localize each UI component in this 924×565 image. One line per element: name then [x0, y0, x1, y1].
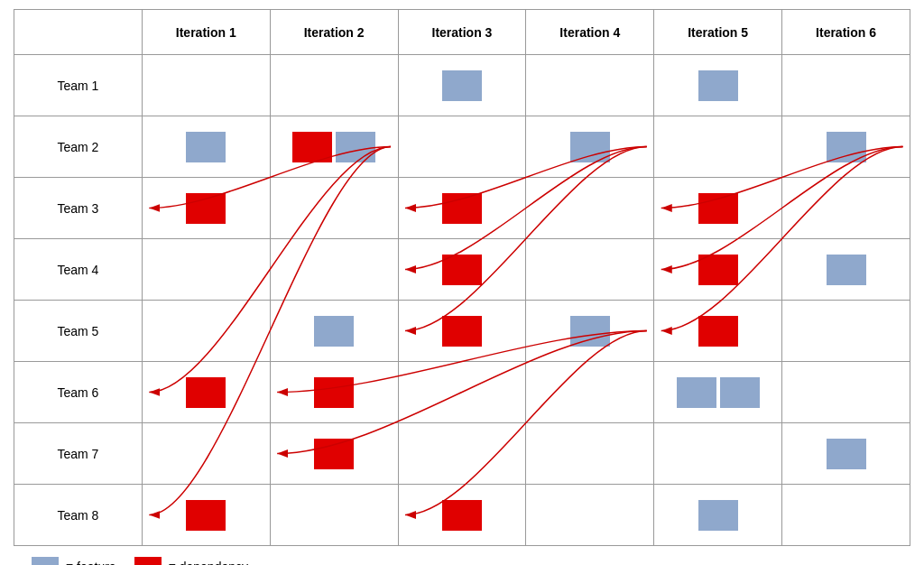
cell-t8-i3 [398, 485, 526, 546]
cell-t4-i2 [270, 239, 398, 301]
col-iteration-5: Iteration 5 [654, 10, 782, 55]
cell-t5-i4 [526, 301, 654, 362]
cell-t5-i3 [398, 301, 526, 362]
cell-t6-i4 [526, 362, 654, 423]
legend-feature-item: = feature [32, 557, 116, 565]
cell-t3-i5 [654, 178, 782, 239]
cell-t2-i1 [142, 116, 270, 178]
feature-box [827, 255, 866, 285]
row-label-team4: Team 4 [14, 239, 143, 301]
feature-box [186, 132, 226, 162]
cell-t8-i4 [526, 485, 654, 546]
cell-t2-i3 [398, 116, 526, 178]
dependency-box [698, 255, 738, 285]
row-label-team5: Team 5 [14, 301, 143, 362]
dependency-box [186, 377, 226, 408]
cell-t3-i1 [142, 178, 270, 239]
row-label-team3: Team 3 [14, 178, 143, 239]
cell-t3-i3 [398, 178, 526, 239]
cell-t4-i5 [654, 239, 782, 301]
dependency-box [186, 500, 226, 531]
cell-t6-i3 [398, 362, 526, 423]
feature-box [698, 70, 738, 101]
dependency-box [186, 193, 226, 224]
feature-box [827, 132, 866, 162]
table-row: Team 3 [14, 178, 910, 239]
cell-t7-i5 [654, 423, 782, 485]
cell-t4-i3 [398, 239, 526, 301]
legend-dependency-item: = dependency [134, 557, 248, 565]
cell-t6-i5 [654, 362, 782, 423]
cell-t1-i2 [270, 55, 398, 116]
cell-t2-i2 [270, 116, 398, 178]
row-label-team6: Team 6 [14, 362, 143, 423]
legend: = feature = dependency [14, 557, 910, 565]
feature-box [570, 132, 610, 162]
cell-t8-i5 [654, 485, 782, 546]
legend-dependency-label: = dependency [169, 560, 248, 565]
cell-t7-i1 [142, 423, 270, 485]
dependency-box [442, 255, 482, 285]
legend-feature-label: = feature [66, 560, 116, 565]
cell-t1-i5 [654, 55, 782, 116]
cell-t3-i6 [782, 178, 910, 239]
table-row: Team 4 [14, 239, 910, 301]
cell-t5-i5 [654, 301, 782, 362]
dependency-box [698, 193, 738, 224]
feature-box [677, 377, 716, 408]
cell-t7-i3 [398, 423, 526, 485]
feature-box [314, 316, 354, 347]
cell-t1-i1 [142, 55, 270, 116]
col-iteration-2: Iteration 2 [270, 10, 398, 55]
cell-t3-i2 [270, 178, 398, 239]
cell-t4-i4 [526, 239, 654, 301]
cell-t1-i3 [398, 55, 526, 116]
dependency-box [442, 500, 482, 531]
grid-table: Iteration 1 Iteration 2 Iteration 3 Iter… [14, 9, 910, 546]
dependency-box [292, 132, 332, 162]
cell-t5-i6 [782, 301, 910, 362]
feature-box [442, 70, 482, 101]
legend-dependency-box [134, 557, 162, 565]
cell-t6-i1 [142, 362, 270, 423]
cell-t1-i6 [782, 55, 910, 116]
cell-t8-i1 [142, 485, 270, 546]
table-row: Team 1 [14, 55, 910, 116]
dependency-box [314, 439, 354, 469]
col-iteration-6: Iteration 6 [782, 10, 910, 55]
col-iteration-1: Iteration 1 [142, 10, 270, 55]
dependency-box [698, 316, 738, 347]
cell-t4-i1 [142, 239, 270, 301]
corner-header [14, 10, 143, 55]
dependency-box [442, 193, 482, 224]
feature-box [827, 439, 866, 469]
feature-box [336, 132, 375, 162]
cell-t7-i6 [782, 423, 910, 485]
cell-t5-i1 [142, 301, 270, 362]
cell-t3-i4 [526, 178, 654, 239]
cell-t6-i2 [270, 362, 398, 423]
cell-t1-i4 [526, 55, 654, 116]
cell-t5-i2 [270, 301, 398, 362]
cell-t7-i2 [270, 423, 398, 485]
table-row: Team 2 [14, 116, 910, 178]
dependency-box [442, 316, 482, 347]
table-row: Team 8 [14, 485, 910, 546]
dependency-box [314, 377, 354, 408]
row-label-team2: Team 2 [14, 116, 143, 178]
cell-t2-i5 [654, 116, 782, 178]
cell-t8-i2 [270, 485, 398, 546]
cell-t4-i6 [782, 239, 910, 301]
col-iteration-3: Iteration 3 [398, 10, 526, 55]
feature-box [720, 377, 760, 408]
feature-box [570, 316, 610, 347]
main-container: Iteration 1 Iteration 2 Iteration 3 Iter… [0, 0, 924, 565]
cell-t7-i4 [526, 423, 654, 485]
feature-box [698, 500, 738, 531]
table-row: Team 6 [14, 362, 910, 423]
row-label-team1: Team 1 [14, 55, 143, 116]
cell-t8-i6 [782, 485, 910, 546]
col-iteration-4: Iteration 4 [526, 10, 654, 55]
cell-t6-i6 [782, 362, 910, 423]
table-row: Team 5 [14, 301, 910, 362]
